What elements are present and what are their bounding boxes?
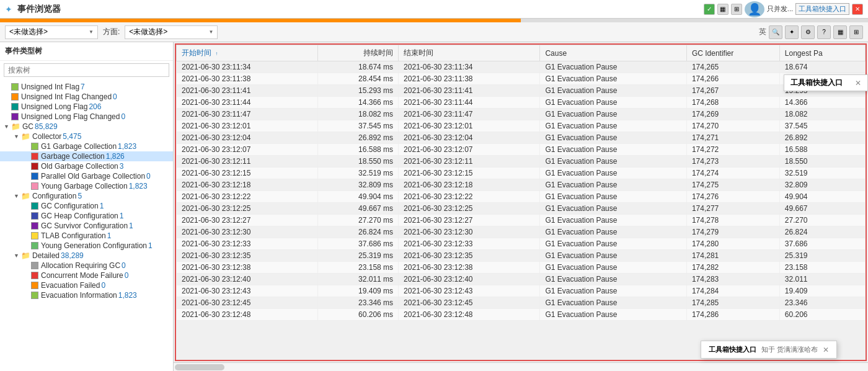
table-row[interactable]: 2021-06-30 23:12:4860.206 ms2021-06-30 2… [177, 309, 866, 321]
tree-item[interactable]: GC Heap Configuration 1 [0, 211, 173, 221]
col-start-time[interactable]: 开始时间 ↑ [177, 45, 318, 61]
col-longest[interactable]: Longest Pa [779, 45, 865, 61]
table-cell: 2021-06-30 23:12:18 [399, 179, 540, 191]
table-row[interactable]: 2021-06-30 23:12:1532.519 ms2021-06-30 2… [177, 168, 866, 179]
tooltip-close-btn[interactable]: ✕ [823, 346, 829, 354]
star-icon-btn[interactable]: ✦ [785, 25, 799, 39]
table-btn[interactable]: ⊞ [731, 4, 742, 15]
settings-icon-btn[interactable]: ⚙ [801, 25, 815, 39]
tree-item[interactable]: ▼📁Collector 5,475 [0, 132, 173, 141]
tree-color-indicator [31, 282, 38, 289]
tree-item[interactable]: Unsigned Int Flag 7 [0, 82, 173, 92]
scroll-thumb[interactable] [175, 364, 224, 370]
table-row[interactable]: 2021-06-30 23:12:0716.588 ms2021-06-30 2… [177, 144, 866, 156]
table-cell: 2021-06-30 23:12:07 [177, 144, 318, 156]
table-cell: 2021-06-30 23:12:48 [399, 309, 540, 321]
tree-item-label: Concurrent Mode Failure [41, 271, 123, 280]
table-cell: 2021-06-30 23:12:40 [399, 274, 540, 285]
col-gc-id[interactable]: GC Identifier [686, 45, 779, 61]
table-cell: 2021-06-30 23:12:27 [177, 215, 318, 226]
layout-icon-btn[interactable]: ⊞ [849, 25, 863, 39]
tree-toggle-icon[interactable]: ▼ [14, 193, 21, 199]
table-row[interactable]: 2021-06-30 23:12:1832.809 ms2021-06-30 2… [177, 179, 866, 191]
help-icon-btn[interactable]: ? [817, 25, 831, 39]
tree-item[interactable]: GC Survivor Configuration 1 [0, 221, 173, 231]
tree-item[interactable]: ▼📁GC 85,829 [0, 122, 173, 132]
filter-dropdown[interactable]: <未做选择> ▼ [5, 25, 98, 39]
table-cell: 174,270 [686, 120, 779, 132]
table-wrapper[interactable]: 开始时间 ↑ 持续时间 结束时间 Cause GC Identifier Lon… [174, 42, 868, 362]
table-cell: 174,281 [686, 250, 779, 262]
tree-item[interactable]: Parallel Old Garbage Collection 0 [0, 171, 173, 181]
filter-arrow: ▼ [89, 29, 94, 35]
direction-label: 方面: [103, 27, 120, 37]
table-cell: G1 Evacuation Pause [540, 274, 687, 285]
tree-toggle-icon[interactable]: ▼ [14, 253, 21, 259]
table-row[interactable]: 2021-06-30 23:11:4718.082 ms2021-06-30 2… [177, 109, 866, 120]
table-cell: 2021-06-30 23:12:15 [399, 168, 540, 179]
table-row[interactable]: 2021-06-30 23:11:3418.674 ms2021-06-30 2… [177, 61, 866, 73]
col-end-time[interactable]: 结束时间 [399, 45, 540, 61]
table-cell: 2021-06-30 23:12:27 [399, 215, 540, 226]
table-cell: 174,269 [686, 109, 779, 120]
tree-toggle-icon[interactable]: ▼ [4, 123, 11, 130]
tree-item[interactable]: Young Generation Configuration 1 [0, 241, 173, 251]
tree-item[interactable]: ▼📁Detailed 38,289 [0, 251, 173, 261]
tree-item[interactable]: Unsigned Long Flag 206 [0, 102, 173, 112]
grid-btn[interactable]: ▦ [717, 4, 728, 15]
tree-item[interactable]: Evacuation Information 1,823 [0, 290, 173, 300]
table-row[interactable]: 2021-06-30 23:11:4115.293 ms2021-06-30 2… [177, 85, 866, 97]
table-row[interactable]: 2021-06-30 23:12:0426.892 ms2021-06-30 2… [177, 132, 866, 144]
check-btn[interactable]: ✓ [704, 4, 715, 15]
table-row[interactable]: 2021-06-30 23:12:3525.319 ms2021-06-30 2… [177, 250, 866, 262]
tree-item[interactable]: ▼📁Configuration 5 [0, 191, 173, 201]
tree-item-count: 5 [78, 192, 82, 200]
table-cell: 174,278 [686, 215, 779, 226]
col-cause[interactable]: Cause [540, 45, 687, 61]
tree-color-indicator [11, 113, 19, 120]
table-row[interactable]: 2021-06-30 23:12:4523.346 ms2021-06-30 2… [177, 297, 866, 309]
tree-item[interactable]: Unsigned Int Flag Changed 0 [0, 92, 173, 102]
grid-icon-btn[interactable]: ▦ [833, 25, 847, 39]
main-content: 事件类型树 Unsigned Int Flag 7Unsigned Int Fl… [0, 42, 868, 371]
tree-item[interactable]: G1 Garbage Collection 1,823 [0, 141, 173, 151]
tree-item[interactable]: Unsigned Long Flag Changed 0 [0, 112, 173, 122]
tree-item[interactable]: Evacuation Failed 0 [0, 280, 173, 290]
table-row[interactable]: 2021-06-30 23:12:2249.904 ms2021-06-30 2… [177, 191, 866, 203]
table-row[interactable]: 2021-06-30 23:12:4319.409 ms2021-06-30 2… [177, 285, 866, 297]
horizontal-scrollbar[interactable] [174, 362, 868, 371]
table-row[interactable]: 2021-06-30 23:12:2549.667 ms2021-06-30 2… [177, 203, 866, 215]
table-row[interactable]: 2021-06-30 23:11:3828.454 ms2021-06-30 2… [177, 73, 866, 85]
col-duration[interactable]: 持续时间 [318, 45, 399, 61]
table-row[interactable]: 2021-06-30 23:12:3026.824 ms2021-06-30 2… [177, 226, 866, 238]
tree-item[interactable]: Allocation Requiring GC 0 [0, 261, 173, 270]
user-label: 只并发... [767, 4, 793, 14]
tree-item-count: 1 [120, 212, 124, 220]
tree-search[interactable] [4, 63, 169, 77]
table-row[interactable]: 2021-06-30 23:12:0137.545 ms2021-06-30 2… [177, 120, 866, 132]
table-row[interactable]: 2021-06-30 23:12:1118.550 ms2021-06-30 2… [177, 156, 866, 168]
table-row[interactable]: 2021-06-30 23:12:2727.270 ms2021-06-30 2… [177, 215, 866, 226]
tree-toggle-icon[interactable]: ▼ [14, 133, 21, 140]
direction-dropdown[interactable]: <未做选择> ▼ [125, 25, 218, 39]
tree-item[interactable]: Young Garbage Collection 1,823 [0, 181, 173, 191]
tree-item-label: Unsigned Int Flag Changed [21, 92, 112, 101]
tree-item[interactable]: TLAB Configuration 1 [0, 231, 173, 241]
table-row[interactable]: 2021-06-30 23:12:4032.011 ms2021-06-30 2… [177, 274, 866, 285]
table-cell: 2021-06-30 23:12:40 [177, 274, 318, 285]
tree-item[interactable]: GC Configuration 1 [0, 201, 173, 211]
table-cell: 25.319 [779, 250, 865, 262]
close-btn[interactable]: ✕ [852, 4, 863, 15]
tree-item[interactable]: Old Garbage Collection 3 [0, 161, 173, 171]
tree-item[interactable]: Garbage Collection 1,826 [0, 151, 173, 161]
toolbar-right: 英 🔍 ✦ ⚙ ? ▦ ⊞ [759, 25, 863, 39]
table-row[interactable]: 2021-06-30 23:12:3823.158 ms2021-06-30 2… [177, 262, 866, 274]
table-row[interactable]: 2021-06-30 23:12:3337.686 ms2021-06-30 2… [177, 238, 866, 250]
tree-item-count: 0 [146, 172, 151, 181]
toolbar-tooltip-label[interactable]: 工具箱快捷入口 [795, 3, 849, 15]
table-row[interactable]: 2021-06-30 23:11:4414.366 ms2021-06-30 2… [177, 97, 866, 109]
tree-item[interactable]: Concurrent Mode Failure 0 [0, 270, 173, 280]
search-icon-btn[interactable]: 🔍 [769, 25, 782, 39]
table-cell: 2021-06-30 23:11:38 [399, 73, 540, 85]
side-tooltip-close[interactable]: ✕ [855, 79, 861, 87]
